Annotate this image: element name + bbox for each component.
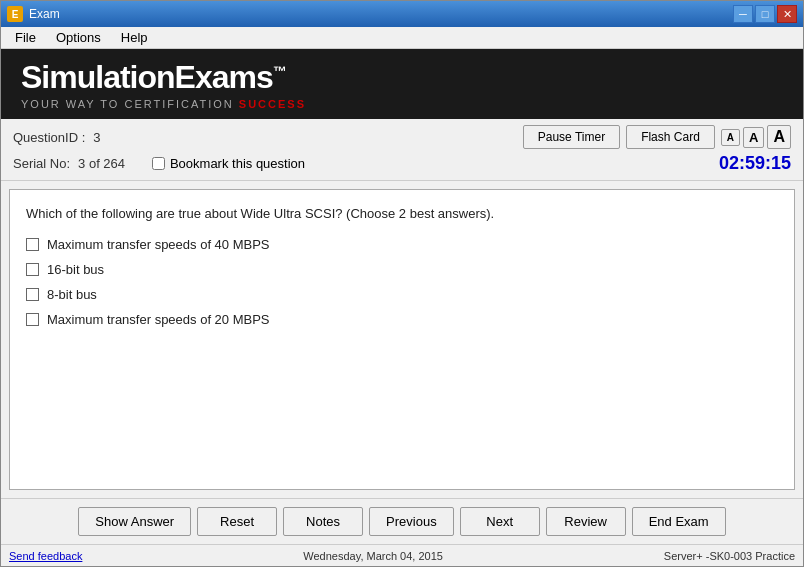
previous-button[interactable]: Previous [369,507,454,536]
serial-label: Serial No: [13,156,70,171]
reset-button[interactable]: Reset [197,507,277,536]
menu-help[interactable]: Help [111,28,158,47]
answer-option-a: Maximum transfer speeds of 40 MBPS [26,237,778,252]
qid-label: QuestionID : [13,130,85,145]
font-large-button[interactable]: A [767,125,791,149]
flash-card-button[interactable]: Flash Card [626,125,715,149]
status-practice: Server+ -SK0-003 Practice [664,550,795,562]
qid-value: 3 [93,130,100,145]
question-id-row: QuestionID : 3 [13,130,101,145]
font-small-button[interactable]: A [721,129,740,146]
banner-title: SimulationExams™ [21,59,286,96]
end-exam-button[interactable]: End Exam [632,507,726,536]
answer-option-b: 16-bit bus [26,262,778,277]
banner: SimulationExams™ YOUR WAY TO CERTIFICATI… [1,49,803,119]
title-bar: E Exam ─ □ ✕ [1,1,803,27]
serial-value: 3 of 264 [78,156,125,171]
font-size-buttons: A A A [721,125,791,149]
app-icon: E [7,6,23,22]
status-date: Wednesday, March 04, 2015 [303,550,443,562]
next-button[interactable]: Next [460,507,540,536]
header-bottom-row: Serial No: 3 of 264 Bookmark this questi… [13,153,791,174]
minimize-button[interactable]: ─ [733,5,753,23]
header-top-row: QuestionID : 3 Pause Timer Flash Card A … [13,125,791,149]
answer-checkbox-d[interactable] [26,313,39,326]
window-title: Exam [29,7,60,21]
notes-button[interactable]: Notes [283,507,363,536]
answer-label-d: Maximum transfer speeds of 20 MBPS [47,312,270,327]
bookmark-label: Bookmark this question [170,156,305,171]
bookmark-checkbox[interactable] [152,157,165,170]
bookmark-area: Bookmark this question [152,156,305,171]
menu-file[interactable]: File [5,28,46,47]
title-bar-left: E Exam [7,6,60,22]
menu-options[interactable]: Options [46,28,111,47]
window-controls: ─ □ ✕ [733,5,797,23]
question-area: Which of the following are true about Wi… [9,189,795,490]
app-window: E Exam ─ □ ✕ File Options Help Simulatio… [0,0,804,567]
answer-option-d: Maximum transfer speeds of 20 MBPS [26,312,778,327]
question-header: QuestionID : 3 Pause Timer Flash Card A … [1,119,803,181]
answer-option-c: 8-bit bus [26,287,778,302]
answer-label-c: 8-bit bus [47,287,97,302]
pause-timer-button[interactable]: Pause Timer [523,125,620,149]
show-answer-button[interactable]: Show Answer [78,507,191,536]
status-bar: Send feedback Wednesday, March 04, 2015 … [1,544,803,566]
answer-checkbox-b[interactable] [26,263,39,276]
send-feedback-link[interactable]: Send feedback [9,550,82,562]
answer-checkbox-a[interactable] [26,238,39,251]
header-buttons: Pause Timer Flash Card A A A [523,125,791,149]
serial-row: Serial No: 3 of 264 Bookmark this questi… [13,156,305,171]
answer-label-b: 16-bit bus [47,262,104,277]
question-text: Which of the following are true about Wi… [26,206,778,221]
answer-checkbox-c[interactable] [26,288,39,301]
maximize-button[interactable]: □ [755,5,775,23]
menu-bar: File Options Help [1,27,803,49]
review-button[interactable]: Review [546,507,626,536]
font-medium-button[interactable]: A [743,127,764,148]
bottom-bar: Show Answer Reset Notes Previous Next Re… [1,498,803,544]
timer-display: 02:59:15 [719,153,791,174]
banner-subtitle: YOUR WAY TO CERTIFICATION SUCCESS [21,98,306,110]
close-button[interactable]: ✕ [777,5,797,23]
answer-label-a: Maximum transfer speeds of 40 MBPS [47,237,270,252]
